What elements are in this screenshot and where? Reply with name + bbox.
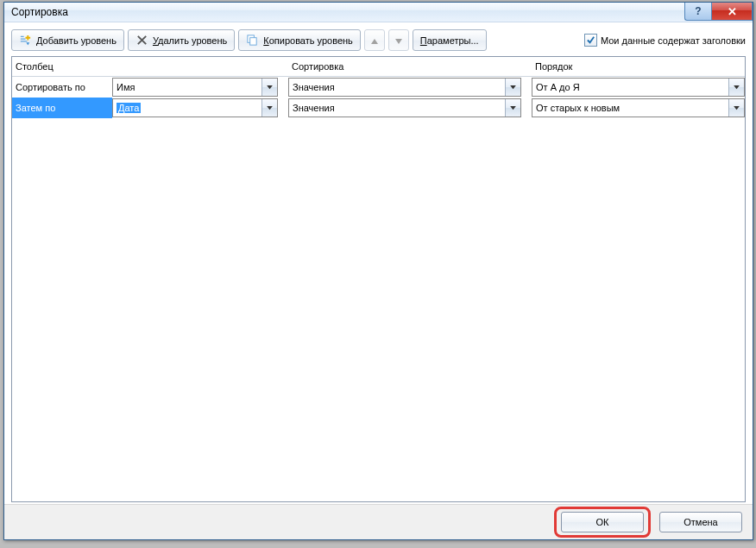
help-button[interactable]: ?: [684, 3, 711, 21]
order-combo[interactable]: От старых к новым: [532, 98, 745, 117]
close-button[interactable]: ✕: [711, 3, 753, 21]
add-level-button[interactable]: Добавить уровень: [11, 29, 124, 51]
svg-rect-4: [250, 38, 257, 45]
ok-button[interactable]: ОК: [561, 512, 644, 532]
toolbar: Добавить уровень Удалить уровень Копиров…: [4, 22, 753, 56]
copy-level-label: Копировать уровень: [263, 35, 353, 46]
table-header: Столбец Сортировка Порядок: [12, 57, 745, 77]
column-combo[interactable]: Имя: [112, 78, 278, 97]
chevron-down-icon: [728, 99, 744, 117]
header-order: Порядок: [532, 61, 745, 72]
window-buttons: ? ✕: [684, 3, 753, 20]
add-level-icon: [19, 34, 32, 47]
headers-checkbox[interactable]: Мои данные содержат заголовки: [584, 34, 746, 47]
close-icon: ✕: [728, 5, 737, 18]
sort-on-combo[interactable]: Значения: [288, 78, 521, 97]
chevron-down-icon: [261, 79, 277, 96]
column-value: Имя: [117, 82, 135, 92]
column-value: Дата: [117, 103, 141, 113]
titlebar: Сортировка ? ✕: [4, 3, 753, 22]
chevron-down-icon: [261, 99, 277, 117]
order-value: От А до Я: [536, 82, 580, 92]
arrow-up-icon: [371, 35, 378, 46]
move-down-button[interactable]: [388, 29, 409, 51]
delete-level-label: Удалить уровень: [153, 35, 227, 46]
svg-rect-1: [21, 39, 26, 40]
move-up-button[interactable]: [364, 29, 385, 51]
sort-on-combo[interactable]: Значения: [288, 98, 521, 117]
sort-on-value: Значения: [293, 82, 335, 92]
sort-dialog: Сортировка ? ✕ Добавить уровень Удалить …: [3, 2, 753, 540]
copy-level-icon: [246, 34, 259, 47]
table-row: Затем по Дата Значения От старых к новым: [12, 98, 745, 118]
delete-level-icon: [135, 34, 148, 47]
header-column: Столбец: [12, 61, 112, 72]
sort-levels-table: Столбец Сортировка Порядок Сортировать п…: [11, 56, 746, 502]
column-combo[interactable]: Дата: [112, 98, 278, 117]
help-icon: ?: [695, 5, 701, 17]
add-level-label: Добавить уровень: [36, 35, 117, 46]
order-value: От старых к новым: [536, 103, 620, 113]
options-label: Параметры...: [420, 35, 479, 46]
table-row: Сортировать по Имя Значения От А до Я: [12, 77, 745, 98]
svg-rect-0: [21, 36, 24, 37]
chevron-down-icon: [505, 99, 520, 117]
chevron-down-icon: [505, 79, 520, 96]
checkbox-icon: [584, 34, 597, 47]
svg-rect-2: [21, 41, 28, 41]
arrow-down-icon: [395, 35, 402, 46]
delete-level-button[interactable]: Удалить уровень: [128, 29, 235, 51]
chevron-down-icon: [728, 79, 744, 96]
copy-level-button[interactable]: Копировать уровень: [238, 29, 361, 51]
headers-checkbox-label: Мои данные содержат заголовки: [601, 35, 746, 46]
options-button[interactable]: Параметры...: [413, 29, 487, 51]
row-label[interactable]: Сортировать по: [12, 77, 112, 98]
order-combo[interactable]: От А до Я: [532, 78, 745, 97]
ok-highlight: ОК: [554, 507, 651, 538]
window-title: Сортировка: [4, 6, 68, 18]
sort-on-value: Значения: [293, 103, 335, 113]
row-label[interactable]: Затем по: [12, 98, 112, 118]
footer: ОК Отмена: [4, 504, 753, 539]
header-sort-on: Сортировка: [288, 61, 521, 72]
cancel-button[interactable]: Отмена: [659, 512, 742, 532]
